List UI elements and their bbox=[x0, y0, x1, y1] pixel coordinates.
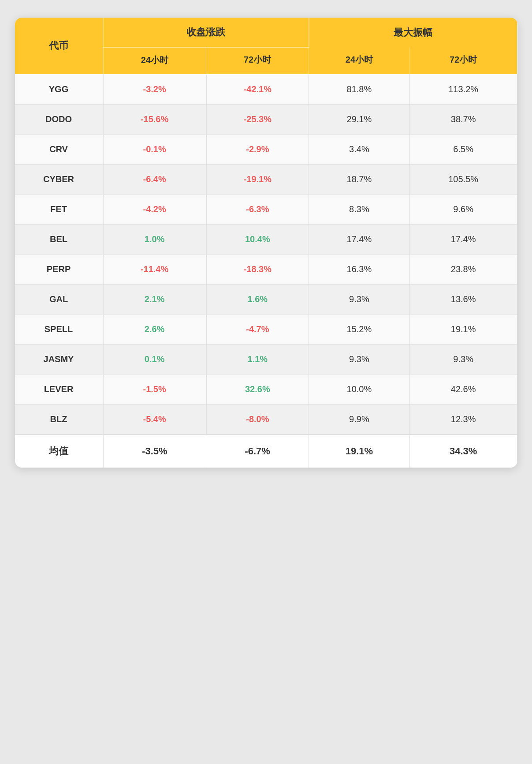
amp-24h-value: 9.9% bbox=[309, 404, 410, 435]
close-72h-value: -6.3% bbox=[206, 195, 309, 225]
main-card: 代币 收盘涨跌 最大振幅 24小时 72小时 24小时 72小时 YGG -3.… bbox=[15, 18, 517, 468]
amp-24h-value: 29.1% bbox=[309, 105, 410, 135]
coin-name: LEVER bbox=[15, 375, 103, 404]
close-72h-value: -25.3% bbox=[206, 105, 309, 135]
amp-24h-value: 9.3% bbox=[309, 345, 410, 375]
close-24h-value: -4.2% bbox=[103, 195, 206, 225]
close-24h-value: 2.6% bbox=[103, 315, 206, 345]
amp-24h-value: 8.3% bbox=[309, 195, 410, 225]
table-row: SPELL 2.6% -4.7% 15.2% 19.1% bbox=[15, 315, 517, 345]
amp-72h-value: 17.4% bbox=[409, 225, 517, 255]
amp-24h-value: 81.8% bbox=[309, 74, 410, 105]
close-72h-value: -42.1% bbox=[206, 74, 309, 105]
coin-name: YGG bbox=[15, 74, 103, 105]
coin-name: BEL bbox=[15, 225, 103, 255]
amp-24h-value: 3.4% bbox=[309, 135, 410, 165]
avg-amp-72h: 34.3% bbox=[409, 434, 517, 468]
table-row: BLZ -5.4% -8.0% 9.9% 12.3% bbox=[15, 404, 517, 435]
amp-72h-value: 12.3% bbox=[409, 404, 517, 435]
close-72h-value: -4.7% bbox=[206, 315, 309, 345]
amp-24h-value: 10.0% bbox=[309, 375, 410, 404]
close-24h-value: -3.2% bbox=[103, 74, 206, 105]
coin-name: FET bbox=[15, 195, 103, 225]
close-24h-value: 1.0% bbox=[103, 225, 206, 255]
coin-name: BLZ bbox=[15, 404, 103, 435]
amp-72h-value: 19.1% bbox=[409, 315, 517, 345]
max-amplitude-header: 最大振幅 bbox=[309, 18, 517, 47]
close-72h-value: 1.6% bbox=[206, 285, 309, 315]
average-row: 均值 -3.5% -6.7% 19.1% 34.3% bbox=[15, 434, 517, 468]
coin-name: SPELL bbox=[15, 315, 103, 345]
close-72h-value: -18.3% bbox=[206, 255, 309, 285]
amp-72h-value: 9.3% bbox=[409, 345, 517, 375]
amp-72h-value: 105.5% bbox=[409, 165, 517, 195]
coin-name: DODO bbox=[15, 105, 103, 135]
table-row: BEL 1.0% 10.4% 17.4% 17.4% bbox=[15, 225, 517, 255]
close-24h-value: 0.1% bbox=[103, 345, 206, 375]
table-row: LEVER -1.5% 32.6% 10.0% 42.6% bbox=[15, 375, 517, 404]
amp-72h-value: 42.6% bbox=[409, 375, 517, 404]
table-row: PERP -11.4% -18.3% 16.3% 23.8% bbox=[15, 255, 517, 285]
close-72h-value: -8.0% bbox=[206, 404, 309, 435]
amp-72h-value: 13.6% bbox=[409, 285, 517, 315]
close-24h-value: -5.4% bbox=[103, 404, 206, 435]
avg-label: 均值 bbox=[15, 434, 103, 468]
amp-72h-value: 6.5% bbox=[409, 135, 517, 165]
close-24h-header: 24小时 bbox=[103, 47, 206, 74]
close-change-header: 收盘涨跌 bbox=[103, 18, 309, 47]
amp-24h-value: 16.3% bbox=[309, 255, 410, 285]
close-72h-value: -19.1% bbox=[206, 165, 309, 195]
amp-72h-value: 38.7% bbox=[409, 105, 517, 135]
amp-24h-value: 15.2% bbox=[309, 315, 410, 345]
close-72h-value: 1.1% bbox=[206, 345, 309, 375]
table-row: DODO -15.6% -25.3% 29.1% 38.7% bbox=[15, 105, 517, 135]
amp-24h-value: 18.7% bbox=[309, 165, 410, 195]
close-24h-value: 2.1% bbox=[103, 285, 206, 315]
avg-close-72h: -6.7% bbox=[206, 434, 309, 468]
coin-name: CRV bbox=[15, 135, 103, 165]
avg-close-24h: -3.5% bbox=[103, 434, 206, 468]
amp-72h-header: 72小时 bbox=[409, 47, 517, 74]
close-24h-value: -0.1% bbox=[103, 135, 206, 165]
close-72h-value: 32.6% bbox=[206, 375, 309, 404]
amp-72h-value: 9.6% bbox=[409, 195, 517, 225]
table-row: FET -4.2% -6.3% 8.3% 9.6% bbox=[15, 195, 517, 225]
amp-72h-value: 23.8% bbox=[409, 255, 517, 285]
table-row: JASMY 0.1% 1.1% 9.3% 9.3% bbox=[15, 345, 517, 375]
amp-24h-value: 9.3% bbox=[309, 285, 410, 315]
close-72h-value: -2.9% bbox=[206, 135, 309, 165]
close-24h-value: -15.6% bbox=[103, 105, 206, 135]
table-row: CRV -0.1% -2.9% 3.4% 6.5% bbox=[15, 135, 517, 165]
table-row: YGG -3.2% -42.1% 81.8% 113.2% bbox=[15, 74, 517, 105]
amp-24h-header: 24小时 bbox=[309, 47, 410, 74]
close-72h-value: 10.4% bbox=[206, 225, 309, 255]
coin-name: CYBER bbox=[15, 165, 103, 195]
close-72h-header: 72小时 bbox=[206, 47, 309, 74]
table-row: CYBER -6.4% -19.1% 18.7% 105.5% bbox=[15, 165, 517, 195]
close-24h-value: -11.4% bbox=[103, 255, 206, 285]
coin-name: GAL bbox=[15, 285, 103, 315]
amp-24h-value: 17.4% bbox=[309, 225, 410, 255]
table-row: GAL 2.1% 1.6% 9.3% 13.6% bbox=[15, 285, 517, 315]
avg-amp-24h: 19.1% bbox=[309, 434, 410, 468]
coin-name: JASMY bbox=[15, 345, 103, 375]
coin-column-header: 代币 bbox=[15, 18, 103, 74]
amp-72h-value: 113.2% bbox=[409, 74, 517, 105]
coin-name: PERP bbox=[15, 255, 103, 285]
close-24h-value: -1.5% bbox=[103, 375, 206, 404]
close-24h-value: -6.4% bbox=[103, 165, 206, 195]
